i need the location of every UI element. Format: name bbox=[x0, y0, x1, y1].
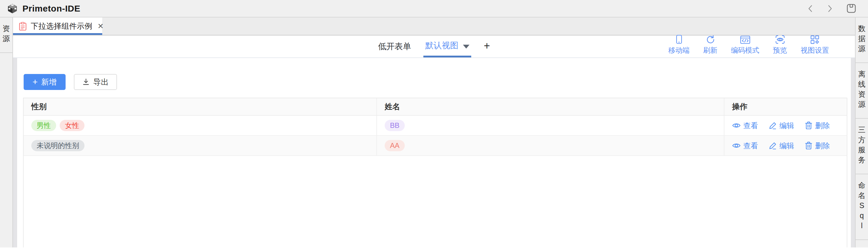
row-actions: 查看 编辑 删除 bbox=[732, 121, 830, 131]
rail-item-char: 源 bbox=[3, 33, 10, 44]
column-header-name: 姓名 bbox=[385, 102, 400, 112]
column-header-gender: 性别 bbox=[31, 102, 47, 112]
rail-item-char: l bbox=[861, 220, 863, 230]
table-row: 未说明的性别AA 查看 编辑 bbox=[24, 136, 847, 156]
table-button-row: + 新增 导出 bbox=[24, 74, 847, 90]
delete-action[interactable]: 删除 bbox=[805, 141, 830, 150]
rail-item-char: 源 bbox=[858, 44, 866, 54]
table-header-row: 性别 姓名 操作 bbox=[24, 98, 847, 116]
tab-label: 下拉选择组件示例 bbox=[31, 21, 92, 31]
center-column: 下拉选择组件示例 ✕ 低开表单 默认视图 + bbox=[13, 18, 855, 247]
trash-icon bbox=[805, 141, 812, 150]
form-canvas: + 新增 导出 bbox=[17, 58, 851, 247]
table-body: 男性女性BB 查看 编辑 bbox=[24, 116, 847, 156]
save-icon[interactable] bbox=[846, 4, 856, 13]
left-gutter bbox=[13, 58, 17, 247]
rail-item-char: 名 bbox=[858, 190, 866, 200]
delete-action[interactable]: 删除 bbox=[805, 121, 830, 131]
right-gutter bbox=[851, 58, 855, 247]
download-icon bbox=[82, 78, 90, 86]
pencil-icon bbox=[769, 121, 777, 130]
rail-item-char: q bbox=[860, 211, 864, 220]
trash-icon bbox=[805, 121, 812, 130]
app-logo-icon bbox=[7, 3, 18, 14]
preview-button[interactable]: 预览 bbox=[773, 35, 787, 55]
title-bar: Primeton-IDE bbox=[0, 0, 868, 18]
mobile-icon bbox=[676, 35, 682, 44]
edit-action[interactable]: 编辑 bbox=[769, 141, 794, 150]
rail-item-resources[interactable]: 资源 bbox=[0, 18, 12, 53]
view-toolbar: 低开表单 默认视图 + 移动端 bbox=[13, 35, 855, 58]
form-document-icon bbox=[19, 22, 27, 31]
view-selector-label: 默认视图 bbox=[425, 40, 458, 51]
view-action[interactable]: 查看 bbox=[732, 141, 758, 150]
code-mode-button[interactable]: 编码模式 bbox=[731, 35, 759, 55]
rail-item-char: 三 bbox=[858, 125, 866, 135]
add-button[interactable]: + 新增 bbox=[24, 74, 66, 90]
view-settings-grid-icon bbox=[810, 35, 819, 44]
rail-item-char: 资 bbox=[3, 23, 10, 33]
rail-item-named-sql[interactable]: 命名Sql bbox=[856, 174, 868, 240]
eye-icon bbox=[732, 142, 741, 149]
plus-icon: + bbox=[32, 78, 38, 86]
mobile-button[interactable]: 移动端 bbox=[668, 35, 689, 55]
tab-close-icon[interactable]: ✕ bbox=[97, 23, 104, 30]
rail-item-third-party-services[interactable]: 三方服务 bbox=[856, 119, 868, 174]
tab-strip: 下拉选择组件示例 ✕ bbox=[13, 18, 855, 35]
main-body: 资源 下拉选择组件示例 ✕ 低开表单 默认视图 bbox=[0, 18, 868, 247]
refresh-button[interactable]: 刷新 bbox=[703, 35, 717, 55]
view-settings-button[interactable]: 视图设置 bbox=[801, 35, 829, 55]
pencil-icon bbox=[769, 142, 777, 150]
code-mode-icon bbox=[740, 35, 750, 44]
tag: AA bbox=[385, 140, 405, 151]
rail-item-char: 离 bbox=[858, 69, 866, 79]
column-header-actions: 操作 bbox=[732, 102, 747, 112]
rail-item-char: 资 bbox=[858, 89, 866, 99]
rail-item-char: 据 bbox=[858, 33, 866, 44]
toolbar-actions: 移动端 刷新 bbox=[668, 35, 829, 57]
app-title: Primeton-IDE bbox=[23, 4, 80, 13]
toolbar-center: 低开表单 默认视图 + bbox=[378, 35, 490, 57]
rail-item-char: 线 bbox=[858, 79, 866, 89]
rail-item-char: 方 bbox=[858, 135, 866, 145]
tag: 女性 bbox=[60, 120, 85, 131]
left-rail: 资源 bbox=[0, 18, 13, 247]
tab-dropdown-component-example[interactable]: 下拉选择组件示例 ✕ bbox=[13, 18, 102, 35]
rail-item-char: 数 bbox=[858, 23, 866, 33]
eye-icon bbox=[732, 122, 741, 129]
rail-item-char: 源 bbox=[858, 99, 866, 109]
tag: 未说明的性别 bbox=[31, 140, 85, 151]
history-back-icon[interactable] bbox=[807, 4, 813, 13]
history-forward-icon[interactable] bbox=[827, 4, 833, 13]
tag: BB bbox=[385, 120, 405, 131]
rail-item-char: 服 bbox=[858, 145, 866, 155]
view-action[interactable]: 查看 bbox=[732, 121, 758, 131]
rail-item-char: S bbox=[860, 200, 864, 211]
rail-item-offline-resources[interactable]: 离线资源 bbox=[856, 63, 868, 119]
low-code-form-label[interactable]: 低开表单 bbox=[378, 41, 411, 52]
rail-item-char: 命 bbox=[858, 180, 866, 190]
chevron-down-icon bbox=[463, 45, 469, 49]
data-table: 性别 姓名 操作 男性女性BB 查看 编 bbox=[23, 98, 847, 247]
view-selector[interactable]: 默认视图 bbox=[423, 35, 471, 57]
add-view-button[interactable]: + bbox=[484, 40, 490, 53]
right-rail: 数据源离线资源三方服务命名Sql bbox=[855, 18, 868, 247]
workspace: + 新增 导出 bbox=[13, 58, 855, 247]
refresh-icon bbox=[706, 35, 715, 44]
export-button[interactable]: 导出 bbox=[74, 74, 117, 90]
edit-action[interactable]: 编辑 bbox=[769, 121, 794, 131]
tag: 男性 bbox=[31, 120, 56, 131]
rail-item-char: 务 bbox=[858, 155, 866, 165]
preview-eye-icon bbox=[775, 35, 785, 44]
rail-item-data-source[interactable]: 数据源 bbox=[856, 18, 868, 63]
row-actions: 查看 编辑 删除 bbox=[732, 141, 830, 150]
table-row: 男性女性BB 查看 编辑 bbox=[24, 116, 847, 136]
